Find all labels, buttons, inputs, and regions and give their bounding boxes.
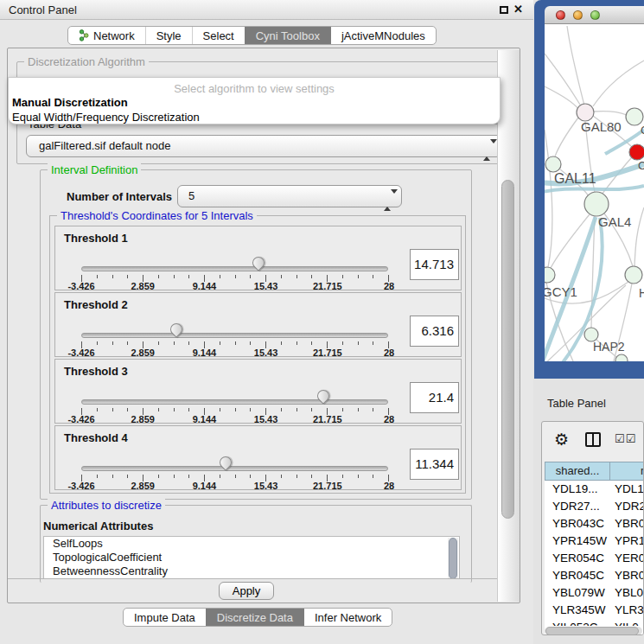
network-node[interactable] [626,108,643,125]
tick [250,475,251,478]
content-scrollbar[interactable] [497,50,520,602]
minimize-window-icon[interactable] [573,10,583,20]
attributes-list-scrollbar[interactable] [448,538,458,579]
gear-icon[interactable]: ⚙ [554,430,569,450]
scale-label-9-144: 9.144 [193,414,217,424]
node-label-hap2: HAP2 [593,340,625,354]
tick [112,408,113,411]
scale-label-3-426: -3.426 [67,348,94,358]
network-edge[interactable] [545,130,552,267]
group-title-discretization-algorithm: Discretization Algorithm [24,55,149,68]
network-node[interactable] [625,266,642,284]
tick [220,275,220,278]
network-node[interactable] [545,156,561,172]
attributes-to-discretize-group: Attributes to discretize Numerical Attri… [40,505,472,583]
network-edge[interactable] [545,54,580,105]
number-of-intervals-spinner[interactable]: 5 [177,185,402,207]
table-hscroll-thumb[interactable] [545,627,639,635]
scale-label-21-715: 21.715 [313,414,342,424]
tab-network[interactable]: Network [68,27,145,44]
node-label-gcy1: GCY1 [545,284,577,299]
column-header-shared-name[interactable]: shared... [545,462,610,481]
column-header-name[interactable]: n [610,462,644,481]
apply-button[interactable]: Apply [219,582,274,600]
float-panel-icon[interactable] [500,6,508,14]
slider-scale-labels: -3.4262.8599.14415.4321.71528 [81,414,389,424]
attribute-item-betweennesscentrality[interactable]: BetweennessCentrality [44,564,459,578]
scale-label-3-426: -3.426 [67,481,94,491]
table-row-ypr145w[interactable]: YPR145WYPR1 [545,532,644,550]
table-row-yer054c[interactable]: YER054CYER0 [545,550,644,567]
cell-name: YDL1 [610,481,644,498]
tick [358,275,359,278]
tab-style[interactable]: Style [145,27,192,44]
close-window-icon[interactable] [556,10,565,20]
table-row-ybr045c[interactable]: YBR045CYBR0 [545,567,644,584]
tick [281,341,282,345]
zoom-window-icon[interactable] [590,10,600,20]
close-panel-icon[interactable]: ✕ [513,3,523,16]
table-panel: ⚙ ☑☑ shared... n YDL19...YDL1YDR27...YDR… [541,421,644,635]
network-edge[interactable] [593,61,644,106]
threshold-slider-track-2[interactable] [81,333,388,338]
network-window-titlebar[interactable] [545,6,644,24]
table-row-ydr27[interactable]: YDR27...YDR2 [545,498,644,515]
network-canvas[interactable]: GAL80G.CGAL11GAL4GCY1HHAP2 [545,24,644,361]
dropdown-item-equal-width-frequency[interactable]: Equal Width/Frequency Discretization [12,111,200,124]
tab-label-impute-data: Impute Data [134,611,195,624]
table-data-combobox[interactable]: galFiltered.sif default node [26,135,501,157]
threshold-value-field-3[interactable]: 21.4 [410,382,459,413]
tab-discretize-data[interactable]: Discretize Data [206,609,303,626]
tab-label-select: Select [203,29,234,42]
network-edge[interactable] [634,207,644,266]
tick [235,275,236,278]
attribute-item-topologicalcoefficient[interactable]: TopologicalCoefficient [44,551,459,564]
cell-name: YBR0 [610,567,644,584]
table-data-group: Table Data galFiltered.sif default node [16,124,511,164]
network-edge[interactable] [551,214,590,268]
network-node[interactable] [629,144,644,160]
network-edge[interactable] [545,86,578,109]
content-scrollbar-thumb[interactable] [501,180,514,519]
threshold-label-4: Threshold 4 [64,431,128,444]
checkboxes-icon[interactable]: ☑☑ [615,432,636,445]
table-row-ybl079w[interactable]: YBL079WYBL0 [545,584,644,602]
tab-cyni-toolbox[interactable]: Cyni Toolbox [245,27,330,44]
threshold-slider-track-4[interactable] [81,466,388,471]
network-edge[interactable] [567,26,584,105]
tab-impute-data[interactable]: Impute Data [124,609,206,626]
network-node[interactable] [545,267,555,283]
threshold-slider-track-3[interactable] [81,399,388,405]
table-row-ydl19[interactable]: YDL19...YDL1 [545,481,644,498]
node-label-h: H [639,286,644,300]
cyni-toolbox-content: Discretization Algorithm Select algorith… [7,48,520,603]
network-node[interactable] [615,354,628,361]
attribute-item-selfloops[interactable]: SelfLoops [44,537,459,551]
threshold-row-2: Threshold 2-3.4262.8599.14415.4321.71528… [54,292,462,357]
dropdown-item-manual-discretization[interactable]: Manual Discretization [12,96,128,109]
columns-icon[interactable] [585,432,601,447]
network-node[interactable] [584,192,609,216]
threshold-value-field-1[interactable]: 14.713 [410,249,459,280]
number-of-intervals-label: Number of Intervals [67,190,172,203]
table-row-yil052c[interactable]: YIL052CYIL0 [545,619,644,626]
threshold-value-field-2[interactable]: 6.316 [410,316,459,347]
network-node[interactable] [577,104,594,121]
tab-select[interactable]: Select [192,27,245,44]
tab-jactivemnodules[interactable]: jActiveMNodules [330,27,436,44]
table-row-ybr043c[interactable]: YBR043CYBR0 [545,515,644,532]
tick [235,408,236,411]
network-edge[interactable] [555,118,578,156]
tick [97,408,98,411]
table-row-ylr345w[interactable]: YLR345WYLR3 [545,602,644,619]
table-horizontal-scrollbar[interactable] [545,627,642,635]
threshold-slider-track-1[interactable] [81,266,388,271]
network-edge[interactable] [594,112,627,115]
scale-label-28: 28 [384,348,394,358]
scale-label-28: 28 [384,414,394,424]
numerical-attributes-list[interactable]: SelfLoopsTopologicalCoefficientBetweenne… [43,536,460,579]
tab-infer-network[interactable]: Infer Network [303,609,392,626]
tick [97,275,98,278]
threshold-value-field-4[interactable]: 11.344 [410,449,459,480]
cell-shared-name: YLR345W [545,602,610,619]
